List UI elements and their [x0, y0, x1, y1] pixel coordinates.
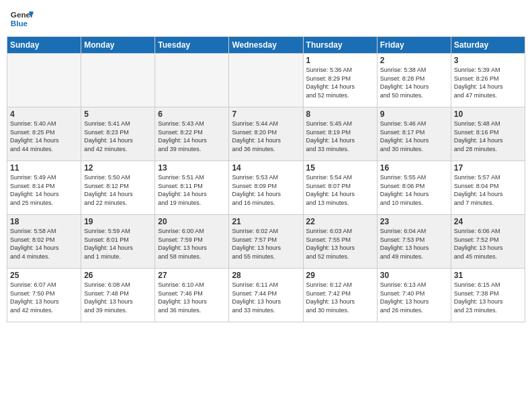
- day-number: 25: [10, 271, 78, 280]
- day-number: 8: [306, 109, 374, 119]
- day-info: Sunrise: 5:38 AM Sunset: 8:28 PM Dayligh…: [380, 66, 448, 99]
- calendar-cell: 1Sunrise: 5:36 AM Sunset: 8:29 PM Daylig…: [303, 54, 377, 107]
- day-info: Sunrise: 6:06 AM Sunset: 7:52 PM Dayligh…: [454, 227, 522, 261]
- day-number: 1: [306, 56, 374, 65]
- day-info: Sunrise: 5:39 AM Sunset: 8:26 PM Dayligh…: [454, 66, 522, 99]
- day-number: 13: [158, 163, 226, 173]
- day-info: Sunrise: 5:58 AM Sunset: 8:02 PM Dayligh…: [10, 227, 78, 261]
- calendar-cell: 10Sunrise: 5:48 AM Sunset: 8:16 PM Dayli…: [451, 107, 525, 161]
- day-number: 31: [454, 271, 522, 280]
- week-row-4: 18Sunrise: 5:58 AM Sunset: 8:02 PM Dayli…: [7, 215, 525, 269]
- calendar-cell: 4Sunrise: 5:40 AM Sunset: 8:25 PM Daylig…: [7, 107, 81, 161]
- calendar-cell: 15Sunrise: 5:54 AM Sunset: 8:07 PM Dayli…: [303, 161, 377, 215]
- calendar-cell: 20Sunrise: 6:00 AM Sunset: 7:59 PM Dayli…: [155, 215, 229, 269]
- day-number: 11: [10, 163, 78, 173]
- calendar-cell: 30Sunrise: 6:13 AM Sunset: 7:40 PM Dayli…: [377, 269, 451, 322]
- day-number: 20: [158, 217, 226, 226]
- day-info: Sunrise: 5:55 AM Sunset: 8:06 PM Dayligh…: [380, 173, 448, 207]
- calendar-cell: 21Sunrise: 6:02 AM Sunset: 7:57 PM Dayli…: [229, 215, 303, 269]
- weekday-header-thursday: Thursday: [303, 37, 377, 54]
- page-header: General Blue: [7, 7, 525, 31]
- calendar-cell: [229, 54, 303, 107]
- day-info: Sunrise: 6:07 AM Sunset: 7:50 PM Dayligh…: [10, 281, 78, 314]
- day-info: Sunrise: 5:48 AM Sunset: 8:16 PM Dayligh…: [454, 120, 522, 153]
- calendar-cell: [7, 54, 81, 107]
- weekday-header-tuesday: Tuesday: [155, 37, 229, 54]
- day-info: Sunrise: 5:46 AM Sunset: 8:17 PM Dayligh…: [380, 120, 448, 153]
- day-number: 26: [84, 271, 152, 280]
- day-number: 22: [306, 217, 374, 226]
- weekday-header-friday: Friday: [377, 37, 451, 54]
- day-number: 17: [454, 163, 522, 173]
- day-info: Sunrise: 5:51 AM Sunset: 8:11 PM Dayligh…: [158, 173, 226, 207]
- calendar-cell: 25Sunrise: 6:07 AM Sunset: 7:50 PM Dayli…: [7, 269, 81, 322]
- day-number: 29: [306, 271, 374, 280]
- day-info: Sunrise: 5:36 AM Sunset: 8:29 PM Dayligh…: [306, 66, 374, 99]
- day-number: 3: [454, 56, 522, 65]
- calendar-cell: 2Sunrise: 5:38 AM Sunset: 8:28 PM Daylig…: [377, 54, 451, 107]
- day-info: Sunrise: 5:50 AM Sunset: 8:12 PM Dayligh…: [84, 173, 152, 207]
- calendar-cell: 9Sunrise: 5:46 AM Sunset: 8:17 PM Daylig…: [377, 107, 451, 161]
- day-number: 9: [380, 109, 448, 119]
- day-number: 6: [158, 109, 226, 119]
- calendar-cell: 31Sunrise: 6:15 AM Sunset: 7:38 PM Dayli…: [451, 269, 525, 322]
- day-number: 15: [306, 163, 374, 173]
- day-info: Sunrise: 5:45 AM Sunset: 8:19 PM Dayligh…: [306, 120, 374, 153]
- day-number: 16: [380, 163, 448, 173]
- calendar-cell: 23Sunrise: 6:04 AM Sunset: 7:53 PM Dayli…: [377, 215, 451, 269]
- day-number: 21: [232, 217, 300, 226]
- week-row-1: 1Sunrise: 5:36 AM Sunset: 8:29 PM Daylig…: [7, 54, 525, 107]
- day-number: 23: [380, 217, 448, 226]
- day-info: Sunrise: 6:04 AM Sunset: 7:53 PM Dayligh…: [380, 227, 448, 261]
- day-info: Sunrise: 5:41 AM Sunset: 8:23 PM Dayligh…: [84, 120, 152, 153]
- day-number: 12: [84, 163, 152, 173]
- day-info: Sunrise: 6:10 AM Sunset: 7:46 PM Dayligh…: [158, 281, 226, 314]
- svg-text:Blue: Blue: [11, 19, 28, 28]
- calendar-cell: 16Sunrise: 5:55 AM Sunset: 8:06 PM Dayli…: [377, 161, 451, 215]
- day-info: Sunrise: 5:49 AM Sunset: 8:14 PM Dayligh…: [10, 173, 78, 207]
- calendar-cell: 29Sunrise: 6:12 AM Sunset: 7:42 PM Dayli…: [303, 269, 377, 322]
- day-info: Sunrise: 6:00 AM Sunset: 7:59 PM Dayligh…: [158, 227, 226, 261]
- calendar-cell: [81, 54, 155, 107]
- day-number: 5: [84, 109, 152, 119]
- day-info: Sunrise: 6:11 AM Sunset: 7:44 PM Dayligh…: [232, 281, 300, 314]
- day-info: Sunrise: 5:53 AM Sunset: 8:09 PM Dayligh…: [232, 173, 300, 207]
- day-info: Sunrise: 6:15 AM Sunset: 7:38 PM Dayligh…: [454, 281, 522, 314]
- day-number: 27: [158, 271, 226, 280]
- calendar-cell: 7Sunrise: 5:44 AM Sunset: 8:20 PM Daylig…: [229, 107, 303, 161]
- calendar-cell: [155, 54, 229, 107]
- week-row-3: 11Sunrise: 5:49 AM Sunset: 8:14 PM Dayli…: [7, 161, 525, 215]
- calendar-cell: 11Sunrise: 5:49 AM Sunset: 8:14 PM Dayli…: [7, 161, 81, 215]
- day-info: Sunrise: 5:44 AM Sunset: 8:20 PM Dayligh…: [232, 120, 300, 153]
- day-info: Sunrise: 5:59 AM Sunset: 8:01 PM Dayligh…: [84, 227, 152, 261]
- calendar-cell: 18Sunrise: 5:58 AM Sunset: 8:02 PM Dayli…: [7, 215, 81, 269]
- weekday-header-saturday: Saturday: [451, 37, 525, 54]
- calendar-cell: 13Sunrise: 5:51 AM Sunset: 8:11 PM Dayli…: [155, 161, 229, 215]
- day-number: 28: [232, 271, 300, 280]
- day-info: Sunrise: 6:13 AM Sunset: 7:40 PM Dayligh…: [380, 281, 448, 314]
- day-info: Sunrise: 6:02 AM Sunset: 7:57 PM Dayligh…: [232, 227, 300, 261]
- day-info: Sunrise: 6:12 AM Sunset: 7:42 PM Dayligh…: [306, 281, 374, 314]
- day-info: Sunrise: 5:57 AM Sunset: 8:04 PM Dayligh…: [454, 173, 522, 207]
- weekday-header-sunday: Sunday: [7, 37, 81, 54]
- calendar-cell: 17Sunrise: 5:57 AM Sunset: 8:04 PM Dayli…: [451, 161, 525, 215]
- day-info: Sunrise: 5:40 AM Sunset: 8:25 PM Dayligh…: [10, 120, 78, 153]
- day-number: 2: [380, 56, 448, 65]
- calendar-cell: 24Sunrise: 6:06 AM Sunset: 7:52 PM Dayli…: [451, 215, 525, 269]
- calendar-cell: 6Sunrise: 5:43 AM Sunset: 8:22 PM Daylig…: [155, 107, 229, 161]
- day-number: 18: [10, 217, 78, 226]
- weekday-header-wednesday: Wednesday: [229, 37, 303, 54]
- calendar-cell: 12Sunrise: 5:50 AM Sunset: 8:12 PM Dayli…: [81, 161, 155, 215]
- calendar-cell: 22Sunrise: 6:03 AM Sunset: 7:55 PM Dayli…: [303, 215, 377, 269]
- weekday-header-row: SundayMondayTuesdayWednesdayThursdayFrid…: [7, 37, 525, 54]
- day-info: Sunrise: 6:08 AM Sunset: 7:48 PM Dayligh…: [84, 281, 152, 314]
- day-number: 7: [232, 109, 300, 119]
- calendar-table: SundayMondayTuesdayWednesdayThursdayFrid…: [7, 36, 525, 322]
- week-row-5: 25Sunrise: 6:07 AM Sunset: 7:50 PM Dayli…: [7, 269, 525, 322]
- weekday-header-monday: Monday: [81, 37, 155, 54]
- day-number: 4: [10, 109, 78, 119]
- logo: General Blue: [9, 7, 34, 31]
- calendar-cell: 14Sunrise: 5:53 AM Sunset: 8:09 PM Dayli…: [229, 161, 303, 215]
- day-number: 19: [84, 217, 152, 226]
- calendar-cell: 28Sunrise: 6:11 AM Sunset: 7:44 PM Dayli…: [229, 269, 303, 322]
